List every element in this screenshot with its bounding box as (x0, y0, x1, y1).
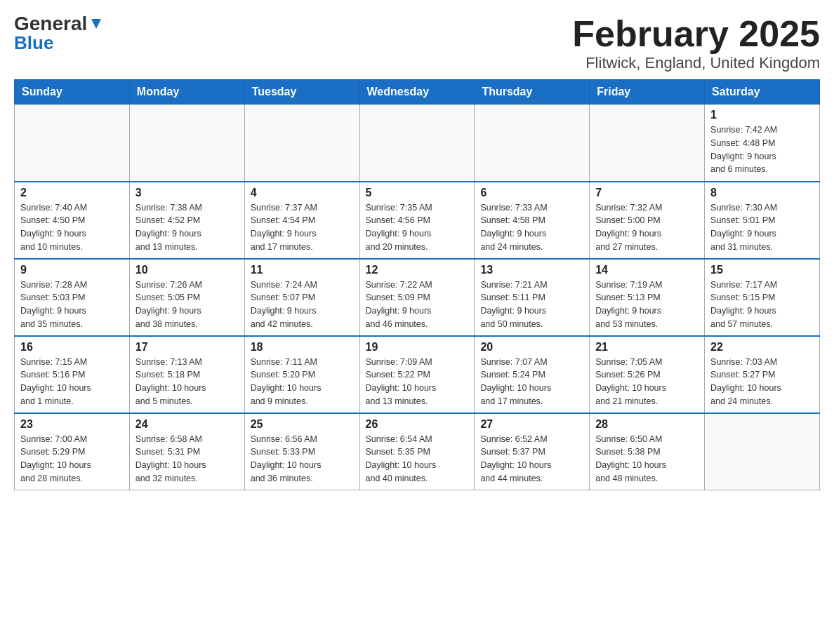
day-number: 13 (480, 264, 583, 276)
day-number: 19 (366, 341, 469, 354)
svg-marker-0 (91, 19, 101, 29)
table-row: 17Sunrise: 7:13 AMSunset: 5:18 PMDayligh… (129, 336, 244, 413)
day-number: 1 (710, 109, 814, 121)
day-number: 3 (135, 187, 239, 199)
day-number: 4 (251, 187, 354, 199)
table-row: 2Sunrise: 7:40 AMSunset: 4:50 PMDaylight… (15, 182, 130, 259)
day-info: Sunrise: 7:13 AMSunset: 5:18 PMDaylight:… (135, 356, 239, 408)
day-info: Sunrise: 7:05 AMSunset: 5:26 PMDaylight:… (595, 356, 699, 408)
calendar-header-row: Sunday Monday Tuesday Wednesday Thursday… (15, 80, 820, 105)
day-number: 10 (135, 264, 239, 276)
day-info: Sunrise: 7:28 AMSunset: 5:03 PMDaylight:… (20, 279, 124, 331)
table-row: 14Sunrise: 7:19 AMSunset: 5:13 PMDayligh… (590, 259, 705, 336)
table-row (475, 105, 590, 182)
logo-blue: Blue (14, 34, 53, 52)
table-row: 3Sunrise: 7:38 AMSunset: 4:52 PMDaylight… (129, 182, 244, 259)
table-row: 13Sunrise: 7:21 AMSunset: 5:11 PMDayligh… (475, 259, 590, 336)
day-number: 16 (20, 341, 124, 354)
day-info: Sunrise: 7:38 AMSunset: 4:52 PMDaylight:… (135, 201, 239, 254)
day-number: 17 (135, 341, 239, 354)
day-info: Sunrise: 7:17 AMSunset: 5:15 PMDaylight:… (710, 279, 814, 331)
day-info: Sunrise: 6:54 AMSunset: 5:35 PMDaylight:… (366, 433, 469, 485)
day-info: Sunrise: 7:37 AMSunset: 4:54 PMDaylight:… (251, 201, 354, 254)
day-number: 25 (251, 418, 354, 431)
day-info: Sunrise: 7:03 AMSunset: 5:27 PMDaylight:… (710, 356, 814, 408)
logo: General Blue (14, 14, 104, 52)
calendar-week-row: 2Sunrise: 7:40 AMSunset: 4:50 PMDaylight… (15, 182, 820, 259)
day-info: Sunrise: 7:21 AMSunset: 5:11 PMDaylight:… (480, 279, 583, 331)
table-row (590, 105, 705, 182)
calendar-week-row: 23Sunrise: 7:00 AMSunset: 5:29 PMDayligh… (15, 413, 820, 490)
day-info: Sunrise: 7:30 AMSunset: 5:01 PMDaylight:… (710, 201, 814, 254)
calendar-week-row: 9Sunrise: 7:28 AMSunset: 5:03 PMDaylight… (15, 259, 820, 336)
table-row: 24Sunrise: 6:58 AMSunset: 5:31 PMDayligh… (129, 413, 244, 490)
calendar-subtitle: Flitwick, England, United Kingdom (572, 54, 820, 72)
table-row: 11Sunrise: 7:24 AMSunset: 5:07 PMDayligh… (244, 259, 359, 336)
table-row (129, 105, 244, 182)
day-info: Sunrise: 7:15 AMSunset: 5:16 PMDaylight:… (20, 356, 124, 408)
day-info: Sunrise: 6:52 AMSunset: 5:37 PMDaylight:… (480, 433, 583, 485)
table-row: 9Sunrise: 7:28 AMSunset: 5:03 PMDaylight… (15, 259, 130, 336)
table-row: 28Sunrise: 6:50 AMSunset: 5:38 PMDayligh… (590, 413, 705, 490)
day-number: 22 (710, 341, 814, 354)
table-row (705, 413, 820, 490)
day-number: 9 (20, 264, 124, 276)
day-number: 7 (595, 187, 699, 199)
day-info: Sunrise: 6:50 AMSunset: 5:38 PMDaylight:… (595, 433, 699, 485)
table-row: 25Sunrise: 6:56 AMSunset: 5:33 PMDayligh… (244, 413, 359, 490)
day-info: Sunrise: 6:58 AMSunset: 5:31 PMDaylight:… (135, 433, 239, 485)
day-info: Sunrise: 7:33 AMSunset: 4:58 PMDaylight:… (480, 201, 583, 254)
day-info: Sunrise: 7:00 AMSunset: 5:29 PMDaylight:… (20, 433, 124, 485)
table-row (244, 105, 359, 182)
day-info: Sunrise: 7:42 AMSunset: 4:48 PMDaylight:… (710, 123, 814, 176)
table-row: 23Sunrise: 7:00 AMSunset: 5:29 PMDayligh… (15, 413, 130, 490)
day-info: Sunrise: 7:32 AMSunset: 5:00 PMDaylight:… (595, 201, 699, 254)
day-info: Sunrise: 7:26 AMSunset: 5:05 PMDaylight:… (135, 279, 239, 331)
day-number: 23 (20, 418, 124, 431)
day-number: 24 (135, 418, 239, 431)
day-info: Sunrise: 7:22 AMSunset: 5:09 PMDaylight:… (366, 279, 469, 331)
table-row: 4Sunrise: 7:37 AMSunset: 4:54 PMDaylight… (244, 182, 359, 259)
table-row: 16Sunrise: 7:15 AMSunset: 5:16 PMDayligh… (15, 336, 130, 413)
calendar-title: February 2025 (572, 14, 820, 54)
header-thursday: Thursday (475, 80, 590, 105)
header-saturday: Saturday (705, 80, 820, 105)
table-row: 22Sunrise: 7:03 AMSunset: 5:27 PMDayligh… (705, 336, 820, 413)
day-number: 5 (366, 187, 469, 199)
table-row: 5Sunrise: 7:35 AMSunset: 4:56 PMDaylight… (359, 182, 475, 259)
calendar-table: Sunday Monday Tuesday Wednesday Thursday… (14, 79, 820, 490)
table-row: 26Sunrise: 6:54 AMSunset: 5:35 PMDayligh… (359, 413, 475, 490)
table-row: 19Sunrise: 7:09 AMSunset: 5:22 PMDayligh… (359, 336, 475, 413)
header-tuesday: Tuesday (244, 80, 359, 105)
day-info: Sunrise: 7:35 AMSunset: 4:56 PMDaylight:… (366, 201, 469, 254)
day-number: 6 (480, 187, 583, 199)
day-number: 20 (480, 341, 583, 354)
table-row: 10Sunrise: 7:26 AMSunset: 5:05 PMDayligh… (129, 259, 244, 336)
day-number: 11 (251, 264, 354, 276)
table-row: 18Sunrise: 7:11 AMSunset: 5:20 PMDayligh… (244, 336, 359, 413)
table-row (15, 105, 130, 182)
table-row: 7Sunrise: 7:32 AMSunset: 5:00 PMDaylight… (590, 182, 705, 259)
day-info: Sunrise: 7:40 AMSunset: 4:50 PMDaylight:… (20, 201, 124, 254)
day-number: 12 (366, 264, 469, 276)
calendar-week-row: 16Sunrise: 7:15 AMSunset: 5:16 PMDayligh… (15, 336, 820, 413)
table-row: 1Sunrise: 7:42 AMSunset: 4:48 PMDaylight… (705, 105, 820, 182)
header-monday: Monday (129, 80, 244, 105)
header-sunday: Sunday (15, 80, 130, 105)
day-info: Sunrise: 7:09 AMSunset: 5:22 PMDaylight:… (366, 356, 469, 408)
day-number: 8 (710, 187, 814, 199)
day-info: Sunrise: 6:56 AMSunset: 5:33 PMDaylight:… (251, 433, 354, 485)
day-number: 21 (595, 341, 699, 354)
day-number: 14 (595, 264, 699, 276)
table-row: 20Sunrise: 7:07 AMSunset: 5:24 PMDayligh… (475, 336, 590, 413)
day-number: 27 (480, 418, 583, 431)
table-row: 21Sunrise: 7:05 AMSunset: 5:26 PMDayligh… (590, 336, 705, 413)
logo-general: General (14, 14, 87, 34)
table-row (359, 105, 475, 182)
day-number: 26 (366, 418, 469, 431)
table-row: 6Sunrise: 7:33 AMSunset: 4:58 PMDaylight… (475, 182, 590, 259)
day-number: 28 (595, 418, 699, 431)
table-row: 15Sunrise: 7:17 AMSunset: 5:15 PMDayligh… (705, 259, 820, 336)
header-friday: Friday (590, 80, 705, 105)
day-number: 15 (710, 264, 814, 276)
